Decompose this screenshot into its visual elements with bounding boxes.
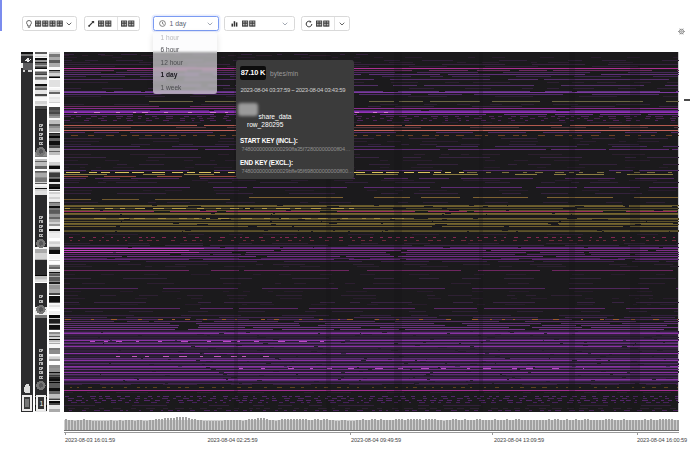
- svg-text:1: 1: [39, 400, 43, 407]
